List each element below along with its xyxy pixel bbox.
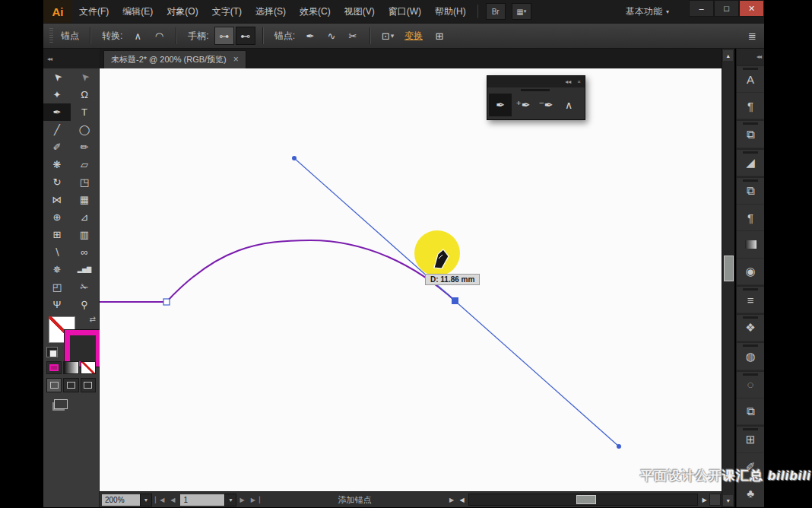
panel-toggle-icon[interactable]: ≣ [748,30,756,42]
panel-paragraph[interactable]: ¶ [737,205,764,231]
tool-column-graph[interactable]: ▂▅▇ [71,261,98,278]
tool-blob-brush[interactable]: ❋ [43,156,71,173]
canvas[interactable]: D: 11.86 mm ◂◂ × ✒ ⁺✒ ⁻✒ ∧ [100,68,722,491]
horizontal-scrollbar[interactable] [468,494,698,506]
zoom-dropdown-icon[interactable]: ▼ [140,494,152,506]
draw-inside-button[interactable] [81,378,96,392]
panel-libraries[interactable]: ⧉ [737,119,764,148]
menu-type[interactable]: 文字(T) [205,0,249,23]
free-transform-icon[interactable]: ⊞ [430,27,449,45]
tool-free-transform[interactable]: ▦ [71,191,98,208]
draw-behind-button[interactable] [63,378,78,392]
anchor-point-selected[interactable] [452,297,458,304]
close-icon[interactable]: × [577,78,581,85]
convert-to-corner-button[interactable]: ∧ [128,27,147,45]
swap-fill-stroke-icon[interactable]: ⇄ [90,315,96,323]
panel-appearance[interactable]: ◍ [737,341,764,370]
artboard-number-field[interactable]: 1 [180,494,224,506]
bridge-button[interactable]: Br [486,3,506,20]
vertical-scrollbar[interactable]: ▲ ▼ [722,49,734,507]
bezier-path[interactable] [100,240,455,302]
hide-handles-button[interactable]: ⊷ [236,27,255,45]
tool-line[interactable]: ╱ [43,121,71,138]
transform-link[interactable]: 变换 [404,30,423,43]
default-fill-stroke-icon[interactable] [46,347,58,357]
minimize-button[interactable]: – [689,0,714,17]
status-expand-icon[interactable]: ▶ [446,497,457,503]
scroll-right-icon[interactable]: ▶ [699,497,709,503]
vertical-scrollbar-thumb[interactable] [724,256,734,281]
menu-object[interactable]: 对象(O) [160,0,205,23]
scroll-down-icon[interactable]: ▼ [723,495,733,506]
menu-edit[interactable]: 编辑(E) [116,0,160,23]
tool-width[interactable]: ⋈ [43,191,71,208]
maximize-button[interactable]: □ [714,0,739,17]
document-tab[interactable]: 未标题-2* @ 200% (RGB/预览) × [103,50,246,68]
menu-file[interactable]: 文件(F) [72,0,116,23]
menu-effect[interactable]: 效果(C) [293,0,338,23]
close-icon[interactable]: × [233,54,239,65]
tools-panel-collapse[interactable]: ◂◂ [43,49,99,68]
screen-mode-button[interactable] [43,394,99,414]
tool-hand[interactable]: Ψ [43,296,71,313]
panel-artboards[interactable]: ⧉ [737,398,764,425]
floating-pen-tool[interactable]: ✒ [489,94,512,116]
cut-path-icon[interactable]: ✂ [343,27,363,45]
collapse-icon[interactable]: ◂◂ [565,78,571,85]
menu-select[interactable]: 选择(S) [249,0,293,23]
tool-rotate[interactable]: ↻ [43,173,71,191]
direction-handle-top[interactable] [292,156,297,160]
tool-shape-builder[interactable]: ⊕ [43,208,71,226]
floating-delete-anchor-tool[interactable]: ⁻✒ [534,94,557,116]
tool-artboard[interactable]: ◰ [43,278,71,296]
next-artboard-button[interactable]: ▶ [236,497,247,503]
tool-eraser[interactable]: ▱ [71,156,98,173]
tool-direct-selection[interactable]: ➤ [71,68,98,86]
direction-handle-bottom[interactable] [617,444,621,449]
gradient-button[interactable] [63,361,78,374]
tool-type[interactable]: T [71,103,98,121]
tool-blend[interactable]: ∞ [71,243,98,261]
menu-window[interactable]: 窗口(W) [382,0,428,23]
connect-handles-icon[interactable]: ∿ [322,27,341,45]
tool-symbol-sprayer[interactable]: ✵ [43,261,71,278]
tool-paintbrush[interactable]: ✐ [43,138,71,156]
dock-collapse[interactable]: ◂◂ [737,49,764,65]
floating-add-anchor-tool[interactable]: ⁺✒ [512,94,534,116]
tool-ellipse[interactable]: ◯ [71,121,98,138]
panel-navigator[interactable]: ⊞ [737,425,764,453]
control-bar-grip[interactable] [49,28,53,43]
tool-mesh[interactable]: ⊞ [43,226,71,243]
none-button[interactable] [81,361,96,374]
first-artboard-button[interactable]: ▏◀ [152,497,167,503]
anchor-point-corner[interactable] [163,299,170,305]
zoom-level-field[interactable]: 200% [102,494,140,506]
panel-color[interactable]: ◉ [737,259,764,285]
floating-panel-header[interactable]: ◂◂ × [487,76,585,87]
panel-paragraph-styles[interactable]: ¶ [737,93,764,119]
last-artboard-button[interactable]: ▶▕ [248,497,263,503]
panel-graphic-styles[interactable]: ◢ [737,148,764,176]
scroll-left-icon[interactable]: ◀ [457,497,467,503]
tool-selection[interactable]: ➤ [43,68,71,86]
workspace-switcher[interactable]: 基本功能 ▾ [626,5,669,18]
panel-stroke[interactable]: ≡ [737,285,764,313]
artboard-dropdown-icon[interactable]: ▼ [224,494,236,506]
panel-character-styles[interactable]: A [737,65,764,93]
floating-convert-anchor-tool[interactable]: ∧ [557,94,580,116]
scroll-up-icon[interactable]: ▲ [723,50,733,61]
panel-gradient[interactable] [737,231,764,258]
tool-eyedropper[interactable]: ∖ [43,243,71,261]
tool-pen[interactable]: ✒ [43,103,71,121]
convert-to-smooth-button[interactable]: ◠ [149,27,169,45]
show-handles-button[interactable]: ⊶ [214,27,234,45]
remove-anchor-pen-icon[interactable]: ✒ [300,27,320,45]
reference-point-button[interactable]: ⊡ ▾ [378,27,398,45]
menu-view[interactable]: 视图(V) [338,0,382,23]
tool-perspective-grid[interactable]: ⊿ [71,208,98,226]
panel-transparency[interactable]: ◌ [737,370,764,398]
arrange-documents-button[interactable]: ▦ ▾ [512,3,531,20]
tool-magic-wand[interactable]: ✦ [43,86,71,103]
panel-layers[interactable]: ❖ [737,313,764,341]
menu-help[interactable]: 帮助(H) [428,0,473,23]
